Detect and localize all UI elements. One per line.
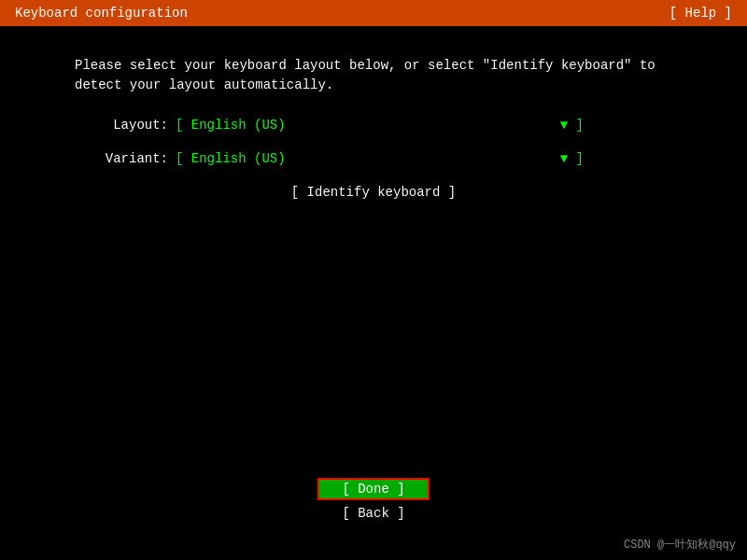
title-bar: Keyboard configuration [ Help ] bbox=[0, 0, 747, 26]
layout-arrow: ▼ ] bbox=[560, 118, 584, 133]
variant-row: Variant: [ English (US) ▼ ] bbox=[75, 151, 672, 166]
layout-select[interactable]: [ English (US) ▼ ] bbox=[176, 118, 584, 133]
help-button[interactable]: [ Help ] bbox=[669, 6, 732, 21]
layout-row: Layout: [ English (US) ▼ ] bbox=[75, 118, 672, 133]
description-text: Please select your keyboard layout below… bbox=[75, 56, 672, 95]
back-button[interactable]: [ Back ] bbox=[317, 504, 430, 523]
variant-select[interactable]: [ English (US) ▼ ] bbox=[176, 151, 584, 166]
main-content: Please select your keyboard layout below… bbox=[0, 26, 747, 237]
variant-arrow: ▼ ] bbox=[560, 151, 584, 166]
variant-label: Variant: bbox=[75, 151, 168, 166]
layout-label: Layout: bbox=[75, 118, 168, 133]
done-button[interactable]: [ Done ] bbox=[317, 478, 430, 500]
window-title: Keyboard configuration bbox=[15, 6, 188, 21]
watermark: CSDN @一叶知秋@qqy bbox=[624, 537, 736, 553]
bottom-buttons: [ Done ] [ Back ] bbox=[0, 478, 747, 523]
layout-value: [ English (US) bbox=[176, 118, 286, 133]
variant-value: [ English (US) bbox=[176, 151, 286, 166]
identify-keyboard-button[interactable]: [ Identify keyboard ] bbox=[75, 185, 672, 200]
